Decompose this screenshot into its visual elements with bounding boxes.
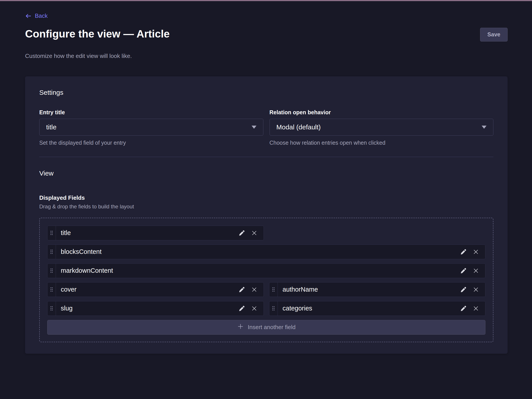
edit-field-button[interactable]	[459, 304, 468, 313]
field-row: markdownContent	[47, 263, 485, 278]
field-row: blocksContent	[47, 245, 485, 259]
field-row: title	[47, 226, 485, 240]
field-actions	[459, 301, 485, 316]
configure-view-page: Back Configure the view — Article Save C…	[0, 1, 532, 354]
field-label: markdownContent	[56, 264, 459, 278]
entry-title-select[interactable]: title	[39, 119, 263, 136]
field-label: cover	[56, 283, 237, 297]
field-card-authorName[interactable]: authorName	[269, 282, 486, 297]
remove-field-button[interactable]	[471, 285, 480, 294]
insert-field-button[interactable]: Insert another field	[47, 320, 485, 335]
remove-field-button[interactable]	[471, 247, 480, 256]
field-card-title[interactable]: title	[47, 226, 264, 240]
drag-handle-icon[interactable]	[47, 283, 56, 297]
edit-field-button[interactable]	[459, 285, 468, 294]
field-actions	[459, 283, 485, 297]
remove-field-button[interactable]	[471, 304, 480, 313]
drag-handle-icon[interactable]	[47, 264, 56, 278]
displayed-fields-subtitle: Drag & drop the fields to build the layo…	[39, 203, 493, 210]
section-divider	[39, 157, 493, 157]
edit-field-button[interactable]	[459, 266, 468, 275]
drag-handle-icon[interactable]	[47, 301, 56, 316]
plus-icon	[237, 323, 244, 331]
relation-behavior-value: Modal (default)	[276, 123, 321, 131]
back-link[interactable]: Back	[25, 13, 48, 19]
displayed-fields-title: Displayed Fields	[39, 194, 493, 201]
drag-handle-icon[interactable]	[269, 301, 278, 316]
back-label: Back	[35, 13, 48, 19]
chevron-down-icon	[482, 126, 487, 129]
entry-title-value: title	[46, 123, 57, 131]
chevron-down-icon	[252, 126, 256, 129]
edit-field-button[interactable]	[237, 304, 246, 313]
field-label: slug	[56, 301, 237, 316]
configuration-card: Settings Entry title title Set the displ…	[25, 76, 508, 354]
field-card-cover[interactable]: cover	[47, 282, 264, 297]
relation-behavior-hint: Choose how relation entries open when cl…	[270, 139, 494, 146]
field-label: authorName	[278, 283, 459, 297]
field-label: categories	[278, 301, 459, 316]
left-arrow-icon	[25, 13, 32, 19]
field-card-blocksContent[interactable]: blocksContent	[47, 245, 485, 259]
field-actions	[237, 301, 264, 316]
entry-title-label: Entry title	[39, 109, 263, 116]
remove-field-button[interactable]	[471, 266, 480, 275]
drag-handle-icon[interactable]	[47, 245, 56, 259]
relation-behavior-label: Relation open behavior	[270, 109, 494, 116]
field-label: blocksContent	[56, 245, 459, 259]
entry-title-hint: Set the displayed field of your entry	[39, 139, 263, 146]
save-button[interactable]: Save	[480, 28, 508, 42]
field-card-categories[interactable]: categories	[269, 301, 486, 316]
field-actions	[237, 283, 264, 297]
field-card-markdownContent[interactable]: markdownContent	[47, 263, 485, 278]
edit-field-button[interactable]	[237, 228, 246, 237]
field-actions	[237, 226, 264, 240]
field-rows: title blocksContent	[47, 226, 485, 316]
edit-field-button[interactable]	[237, 285, 246, 294]
drag-handle-icon[interactable]	[47, 226, 56, 240]
remove-field-button[interactable]	[250, 228, 259, 237]
field-actions	[459, 264, 485, 278]
drag-handle-icon[interactable]	[269, 283, 278, 297]
settings-heading: Settings	[39, 89, 493, 96]
field-actions	[459, 245, 485, 259]
fields-dropzone: title blocksContent	[39, 218, 493, 342]
page-subtitle: Customize how the edit view will look li…	[25, 53, 508, 59]
field-row: slug categories	[47, 301, 485, 316]
insert-field-label: Insert another field	[248, 324, 296, 331]
remove-field-button[interactable]	[250, 285, 259, 294]
field-label: title	[56, 226, 237, 240]
page-title: Configure the view — Article	[25, 28, 170, 40]
field-card-slug[interactable]: slug	[47, 301, 264, 316]
edit-field-button[interactable]	[459, 247, 468, 256]
field-row: cover authorName	[47, 282, 485, 297]
view-heading: View	[39, 170, 493, 177]
relation-behavior-select[interactable]: Modal (default)	[270, 119, 494, 136]
remove-field-button[interactable]	[250, 304, 259, 313]
